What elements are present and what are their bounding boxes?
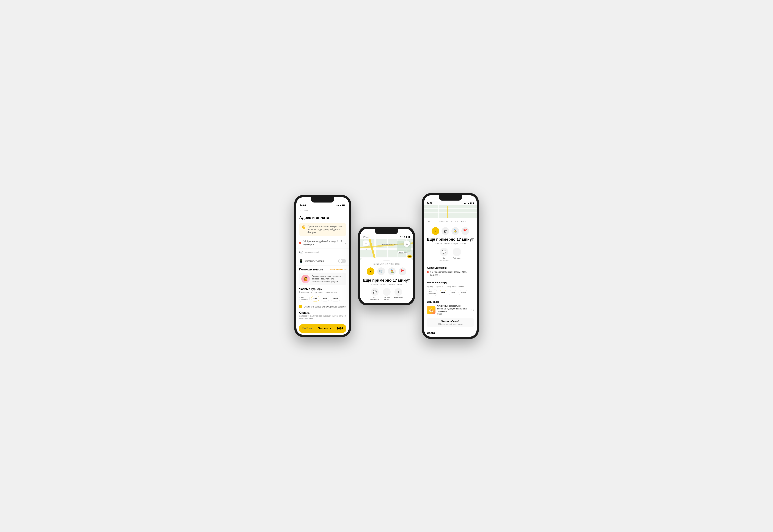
order-actions: ✓ 🛒 🚴 🚩 [363, 267, 410, 275]
p3-chat-btn[interactable]: 💬 Чатподдержки [440, 248, 449, 261]
signal-icon: ●● [336, 204, 339, 206]
forgot-sub: Оформите ещё один заказ [429, 323, 472, 325]
status-check-icon[interactable]: ✓ [432, 227, 440, 235]
map-status-bar: 14:12 ●● ▲ ▮▮▮ [360, 234, 413, 239]
address-row[interactable]: 1-й Красногвардейский проезд, 21с1, подъ… [296, 238, 349, 248]
bike-action[interactable]: 🚴 [388, 267, 396, 275]
status-bike-icon[interactable]: 🚴 [452, 227, 459, 235]
action-row-detail: 💬 Чатподдержки + Ещё заказ [424, 248, 477, 264]
p3-highway [447, 206, 448, 218]
food-price: 259₽ [437, 313, 469, 315]
tip-49-btn[interactable]: 49₽ [311, 296, 319, 301]
order-number: Заказ №211217-903-6000 [363, 263, 410, 265]
map-status-icons: ●● ▲ ▮▮▮ [400, 235, 410, 238]
door-text: Оставить у двери [305, 260, 336, 262]
order-item-row: 🍝 Сливочные фарфалле с копченой курицей … [427, 305, 474, 315]
charity-avatar: 🙋 [301, 275, 310, 283]
delivery-address-section: Адрес доставки 1-й Красногвардейский про… [424, 264, 477, 279]
status-trash-icon[interactable]: 🗑 [442, 227, 449, 235]
tip-99-btn[interactable]: 99₽ [321, 296, 329, 301]
door-icon: 📱 [299, 259, 303, 263]
door-toggle[interactable] [338, 259, 346, 263]
p3-chat-label: Чатподдержки [440, 257, 449, 261]
phone2-screen: 14:12 ●● ▲ ▮▮▮ [360, 229, 413, 303]
page-title: Адрес и оплата [296, 213, 349, 221]
wifi-icon: ▲ [339, 204, 341, 206]
phone3-status-bar: 14:12 ●● ▲ ▮▮▮ [424, 201, 477, 205]
map-label-ttk: TTK [365, 248, 367, 250]
payment-title: Оплата [299, 311, 346, 314]
support-chat-btn[interactable]: 💬 Чатподдержки [370, 288, 379, 300]
delivery-title: Адрес доставки [427, 266, 474, 269]
p3-eta-sub: Сейчас начнём собирать заказ [424, 242, 477, 245]
phones-container: 14:06 ●● ▲ ▮▮▮ ← Search Адрес и оплата 👋… [294, 193, 479, 339]
back-arrow-icon[interactable]: ← [299, 208, 302, 212]
eta-title: Ещё примерно 17 минут [363, 278, 410, 283]
phone1-notch [311, 197, 334, 203]
forgot-section[interactable]: Что-то забыли? Оформите ещё один заказ [427, 318, 474, 327]
map-top-right-button[interactable]: ⊡ [404, 240, 410, 247]
chat-icon: 💬 [371, 288, 379, 296]
food-qty: × 1 [471, 309, 474, 311]
p3-chat-icon: 💬 [440, 248, 448, 256]
phone1-time: 14:06 [300, 204, 306, 207]
phone1-navbar: ← Search [296, 207, 349, 213]
food-info: Сливочные фарфалле с копченой курицей и … [437, 305, 469, 315]
connect-button[interactable]: Подключить → [330, 268, 346, 271]
map-order-overlay: Заказ №211217-903-6000 ✓ 🛒 🚴 🚩 Ещё приме… [360, 258, 413, 303]
check-action[interactable]: ✓ [366, 267, 374, 275]
drag-handle [383, 260, 390, 261]
pay-amount: 203₽ [336, 327, 343, 330]
tip-no-tip-btn[interactable]: Безчаевых [299, 295, 310, 302]
door-row: 📱 Оставить у двери [296, 257, 349, 265]
itogo-title: Итого [427, 331, 474, 335]
hamburger-button[interactable]: ≡ [363, 240, 369, 246]
tip-199-btn[interactable]: 199₽ [331, 296, 340, 301]
pay-button[interactable]: 15–25 мин Оплатить 203₽ [299, 324, 346, 333]
p3-tip-199-btn[interactable]: 199₽ [459, 290, 468, 295]
p3-tip-99-btn[interactable]: 99₽ [449, 290, 457, 295]
map-wrapper: 14:12 ●● ▲ ▮▮▮ [360, 234, 413, 303]
save-text: Сохранить выбор для следующих заказов [304, 306, 345, 308]
phone1-status-icons: ●● ▲ ▮▮▮ [336, 204, 345, 206]
tips-section: Чаевые курьеру Курьер получит всю сумму … [296, 287, 349, 304]
p3-more-order-btn[interactable]: + Ещё заказ [453, 248, 461, 261]
status-flag-icon[interactable]: 🚩 [462, 227, 469, 235]
p3-tip-no-btn[interactable]: Безчаевых [427, 289, 438, 296]
plus-icon: + [395, 288, 402, 296]
save-checkbox-row[interactable]: ✓ Сохранить выбор для следующих заказов [296, 304, 349, 310]
p3-tip-49-btn[interactable]: 49₽ [439, 290, 447, 295]
tips-title: Чаевые курьеру [299, 287, 346, 291]
comment-row[interactable]: 💬 Комментарий [296, 248, 349, 257]
save-checkbox[interactable]: ✓ [299, 305, 302, 308]
p3-tips-row: Безчаевых 49₽ 99₽ 199₽ [427, 289, 474, 296]
more-order-btn[interactable]: + Ещё заказ [394, 288, 403, 300]
p3-plus-icon: + [453, 248, 461, 256]
phone3: 14:12 ●● ▲ ▮▮▮ ← Заказ №211217-903-6000 [422, 193, 479, 339]
poi-lukоil: Lukоil [398, 251, 404, 253]
p3-order-number: Заказ №211217-903-6000 [432, 220, 474, 223]
p3-eta-title: Ещё примерно 17 минут [424, 237, 477, 242]
payment-sublabel: Заморозим сумму заказа на вашей карте и … [299, 315, 346, 319]
charity-text: Включите округление стоимости заказов, ч… [312, 275, 344, 283]
map-wifi-icon: ▲ [404, 235, 406, 238]
p3-back-arrow[interactable]: ← [427, 220, 430, 223]
basket-action[interactable]: 🛒 [377, 267, 385, 275]
order-status-icons: ✓ 🗑 🚴 🚩 [424, 225, 477, 237]
order-detail-header: ← Заказ №211217-903-6000 [424, 218, 477, 225]
p3-road1 [424, 208, 477, 209]
pay-time: 15–25 мин [302, 327, 312, 330]
poi-city: City [408, 255, 412, 258]
order-items-title: Ваш заказ [427, 300, 474, 303]
food-name: Сливочные фарфалле с копченой курицей и … [437, 305, 469, 313]
p3-road3 [438, 201, 440, 218]
phone2: 14:12 ●● ▲ ▮▮▮ [358, 227, 415, 305]
order-details-btn[interactable]: ··· Детализаказа [383, 288, 391, 300]
details-label: Детализаказа [383, 297, 390, 300]
address-banner: 👋 Проверьте, что полностью указали адрес… [299, 223, 346, 236]
tips-sublabel: Курьер получит всю сумму ваших чаевых [299, 291, 346, 293]
p3-wifi-icon: ▲ [467, 202, 470, 204]
flag-action[interactable]: 🚩 [399, 267, 407, 275]
address-dot-icon [299, 242, 301, 244]
action-buttons-row: 💬 Чатподдержки ··· Детализаказа + Ещё за… [363, 288, 410, 300]
